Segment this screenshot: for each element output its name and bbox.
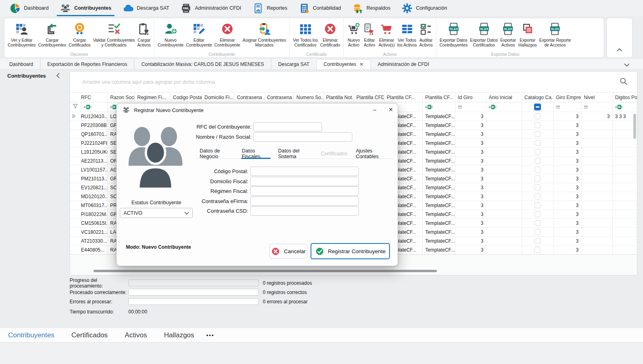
bottom-tab-contribuyentes[interactable]: Contribuyentes xyxy=(8,331,54,339)
vertical-scrollbar[interactable] xyxy=(633,113,636,254)
cell-pcf2[interactable]: TemplateCF... xyxy=(423,121,456,130)
row-checkbox[interactable] xyxy=(534,158,541,164)
row-checkbox[interactable] xyxy=(534,238,541,244)
cell-catalogo[interactable] xyxy=(522,201,554,210)
column-header-giro[interactable]: Giro Empresa xyxy=(554,93,581,102)
cell-giro[interactable]: 3 xyxy=(554,112,581,121)
filter-cell-catalogo[interactable] xyxy=(522,102,554,112)
cell-pcf2[interactable]: TemplateCF... xyxy=(423,237,456,245)
cell-giro[interactable]: 3 xyxy=(554,183,581,192)
cell-nivel[interactable] xyxy=(581,192,613,201)
cell-pcf2[interactable]: TemplateCF... xyxy=(423,112,456,121)
cell-nivel[interactable] xyxy=(581,157,613,165)
cell-pcf2[interactable]: TemplateCF... xyxy=(423,130,456,139)
ribbon-button-eliminar-certificado[interactable]: Eliminar Certificado xyxy=(319,20,341,49)
ribbon-button-exportar-datos-contribuyentes[interactable]: XLSXExportar Datos Contribuyentes xyxy=(439,20,469,49)
cell-catalogo[interactable] xyxy=(522,148,554,157)
cell-anio[interactable] xyxy=(486,228,522,237)
cell-nivel[interactable] xyxy=(581,201,613,210)
cell-nivel[interactable] xyxy=(581,139,613,148)
cell-rfc[interactable]: AT210330... xyxy=(81,237,108,245)
nav-item-configuraci-n[interactable]: Configuración xyxy=(396,0,453,16)
document-tab-contabilizaci-n-masiva-carlos-de-jesus-meneses[interactable]: Contabilización Masiva: CARLOS DE JESUS … xyxy=(134,59,271,69)
cell-anio[interactable] xyxy=(486,157,522,165)
cell-nivel[interactable] xyxy=(581,237,613,245)
nav-item-reportes[interactable]: Reportes xyxy=(247,0,293,16)
cell-pcf2[interactable]: TemplateCF... xyxy=(423,219,456,228)
row-checkbox[interactable] xyxy=(534,122,541,128)
cell-giro[interactable]: 3 xyxy=(554,148,581,157)
dialog-tab-datos-del-sistema[interactable]: Datos del Sistema xyxy=(274,149,317,159)
row-checkbox[interactable] xyxy=(534,167,541,173)
row-checkbox[interactable] xyxy=(534,193,541,199)
text-filter-icon[interactable]: aBc xyxy=(84,105,92,109)
cell-idgiro[interactable]: 3 xyxy=(456,183,486,192)
cell-nivel[interactable] xyxy=(581,245,613,254)
cell-anio[interactable] xyxy=(486,130,522,139)
row-checkbox[interactable] xyxy=(534,149,541,155)
cell-ind[interactable] xyxy=(70,245,81,254)
cell-ind[interactable] xyxy=(70,121,81,130)
ribbon-button-editar-contribuyente[interactable]: Editar Contribuyente xyxy=(185,20,213,49)
cell-giro[interactable]: 3 xyxy=(554,121,581,130)
nav-item-descarga-sat[interactable]: Descarga SAT xyxy=(117,0,175,16)
cell-pcf2[interactable]: TemplateCF... xyxy=(423,183,456,192)
ribbon-button-ver-todos-los-activos[interactable]: Ver Todos los Activos xyxy=(396,20,418,49)
column-header-idgiro[interactable]: Id Giro xyxy=(456,93,486,102)
cell-pcf2[interactable]: TemplateCF... xyxy=(423,228,456,237)
cell-anio[interactable] xyxy=(486,245,522,254)
cell-giro[interactable]: 3 xyxy=(554,210,581,219)
cell-rfc[interactable]: AE220113... xyxy=(81,157,108,165)
cell-pcf2[interactable]: TemplateCF... xyxy=(423,210,456,219)
cell-anio[interactable] xyxy=(486,237,522,245)
filter-cell-ind[interactable] xyxy=(70,102,81,112)
field-input-domicilio-fiscal-[interactable] xyxy=(250,177,359,186)
cell-giro[interactable]: 3 xyxy=(554,245,581,254)
filter-cell-nivel[interactable] xyxy=(581,102,613,112)
bottom-tab-overflow[interactable]: ••• xyxy=(207,332,215,338)
cell-giro[interactable]: 3 xyxy=(554,192,581,201)
cell-ind[interactable] xyxy=(70,201,81,210)
ribbon-button-eliminar-activo-s-[interactable]: Eliminar Activo(s) xyxy=(377,20,396,49)
bottom-tab-activos[interactable]: Activos xyxy=(125,331,147,339)
cell-ind[interactable] xyxy=(70,157,81,165)
cell-idgiro[interactable]: 3 xyxy=(456,157,486,165)
equals-filter-icon[interactable] xyxy=(556,105,560,109)
cell-idgiro[interactable]: 3 xyxy=(456,112,486,121)
column-header-c2[interactable]: Contrasena ... xyxy=(264,93,294,102)
cell-giro[interactable]: 3 xyxy=(554,139,581,148)
cell-catalogo[interactable] xyxy=(522,183,554,192)
cell-catalogo[interactable] xyxy=(522,245,554,254)
cell-idgiro[interactable]: 3 xyxy=(456,165,486,174)
cell-rfc[interactable]: LV1001157... xyxy=(81,165,108,174)
cell-catalogo[interactable] xyxy=(522,112,554,121)
registrar-contribuyente-button[interactable]: Registrar Contribuyente xyxy=(311,243,390,259)
horizontal-scrollbar[interactable] xyxy=(94,270,437,272)
row-checkbox[interactable] xyxy=(534,131,541,137)
cell-idgiro[interactable]: 3 xyxy=(456,228,486,237)
cell-rfc[interactable]: PI180222M... xyxy=(81,210,108,219)
cell-rfc[interactable]: CM150615I... xyxy=(81,219,108,228)
cell-anio[interactable] xyxy=(486,165,522,174)
ribbon-button-validar-contribuyentes-y-certificados[interactable]: Validar Contribuyentes y Certificados xyxy=(92,20,136,49)
dialog-tab-datos-de-negocio[interactable]: Datos de Negocio xyxy=(196,149,238,159)
nombre-razon-social-input[interactable] xyxy=(253,132,352,142)
cell-idgiro[interactable]: 3 xyxy=(456,121,486,130)
filter-cell-pcf2[interactable]: aBc xyxy=(423,102,456,112)
cell-idgiro[interactable]: 3 xyxy=(456,245,486,254)
bottom-tab-hallazgos[interactable]: Hallazgos xyxy=(164,331,194,339)
cell-pcf2[interactable]: TemplateCF... xyxy=(423,157,456,165)
nav-item-contabilidad[interactable]: Contabilidad xyxy=(293,0,347,16)
cell-idgiro[interactable]: 3 xyxy=(456,139,486,148)
chevron-down-icon[interactable] xyxy=(624,61,632,68)
equals-filter-icon[interactable] xyxy=(584,105,588,109)
cell-catalogo[interactable] xyxy=(522,219,554,228)
nav-item-contribuyentes[interactable]: Contribuyentes xyxy=(54,0,117,16)
column-header-pcf1[interactable]: Plantilla CF... xyxy=(384,93,423,102)
dialog-tab-ajustes-contables[interactable]: Ajustes Contables xyxy=(352,149,394,159)
ribbon-button-exportar-hallazgos[interactable]: Exportar Hallazgos xyxy=(517,20,538,49)
cell-ind[interactable] xyxy=(70,112,81,121)
cell-rfc[interactable]: L191205UK6 xyxy=(81,148,108,157)
cell-nivel[interactable] xyxy=(581,165,613,174)
cell-idgiro[interactable]: 3 xyxy=(456,201,486,210)
